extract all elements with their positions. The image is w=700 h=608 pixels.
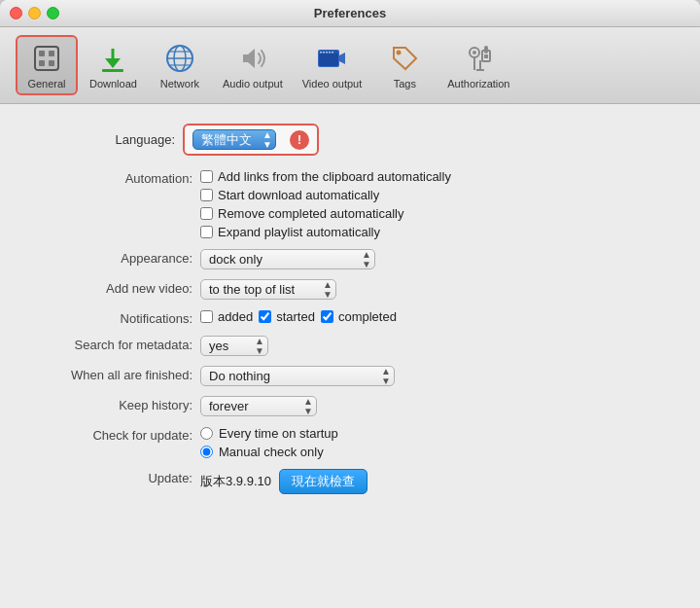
start-download-checkbox[interactable] — [200, 189, 213, 201]
check-update-option1: Every time on startup — [200, 426, 338, 441]
language-row: Language: 繁體中文 ▲▼ ! — [19, 124, 681, 156]
started-checkbox[interactable] — [259, 310, 271, 323]
video-icon — [314, 41, 349, 76]
add-links-checkbox[interactable] — [200, 170, 213, 183]
toolbar-item-audio[interactable]: Audio output — [215, 37, 291, 93]
general-icon — [29, 41, 64, 76]
check-now-button[interactable]: 現在就檢查 — [279, 469, 368, 494]
toolbar-item-general[interactable]: General — [16, 35, 78, 95]
notification-completed: completed — [321, 309, 397, 324]
audio-icon — [235, 41, 270, 76]
check-update-row: Check for update: Every time on startup … — [29, 426, 681, 459]
expand-playlist-text: Expand playlist automatically — [218, 225, 380, 239]
toolbar-item-video[interactable]: Video output — [295, 37, 370, 93]
search-metadata-select-wrap: yes ▲▼ — [200, 336, 268, 356]
update-startup-text: Every time on startup — [219, 426, 338, 441]
svg-rect-19 — [329, 52, 331, 54]
notifications-options: added started completed — [200, 309, 397, 324]
svg-rect-2 — [39, 60, 45, 66]
general-label: General — [27, 78, 65, 89]
content-area: Language: 繁體中文 ▲▼ ! Automation: — [0, 104, 700, 608]
toolbar-item-network[interactable]: Network — [149, 37, 211, 93]
update-startup-radio[interactable] — [200, 427, 213, 440]
add-new-video-select-wrap: to the top of list ▲▼ — [200, 279, 336, 300]
notification-added: added — [200, 309, 253, 324]
search-metadata-label: Search for metadata: — [29, 336, 192, 352]
automation-expand-playlist: Expand playlist automatically — [200, 225, 451, 239]
svg-rect-26 — [485, 47, 487, 53]
svg-marker-6 — [105, 58, 121, 68]
svg-rect-7 — [102, 69, 123, 72]
authorization-label: Authorization — [447, 78, 509, 89]
network-label: Network — [160, 78, 199, 89]
appearance-select-wrap: dock only ▲▼ — [200, 249, 375, 269]
keep-history-label: Keep history: — [29, 396, 192, 412]
download-label: Download — [89, 78, 137, 89]
started-text: started — [276, 309, 315, 324]
svg-rect-27 — [484, 54, 488, 58]
keep-history-select[interactable]: forever — [200, 396, 317, 416]
svg-rect-18 — [326, 52, 328, 54]
network-icon — [162, 41, 197, 76]
remove-completed-checkbox[interactable] — [200, 207, 213, 220]
svg-rect-1 — [39, 51, 45, 56]
search-metadata-select[interactable]: yes — [200, 336, 268, 356]
maximize-button[interactable] — [47, 7, 59, 19]
appearance-select[interactable]: dock only — [200, 249, 375, 269]
svg-point-24 — [472, 51, 476, 54]
add-new-video-label: Add new video: — [29, 279, 192, 296]
keep-history-row: Keep history: forever ▲▼ — [29, 396, 681, 416]
audio-label: Audio output — [223, 78, 283, 89]
svg-rect-20 — [332, 52, 333, 54]
automation-row: Automation: Add links from the clipboard… — [29, 169, 681, 239]
language-label-text: Language: — [116, 132, 175, 147]
update-version: 版本3.9.9.10 — [200, 473, 271, 490]
update-row: Update: 版本3.9.9.10 現在就檢查 — [29, 469, 681, 494]
when-finished-select-wrap: Do nothing ▲▼ — [200, 366, 395, 386]
svg-rect-16 — [320, 52, 322, 54]
automation-label: Automation: — [29, 169, 192, 186]
add-new-video-select[interactable]: to the top of list — [200, 279, 336, 300]
added-text: added — [218, 309, 253, 324]
video-label: Video output — [302, 78, 363, 89]
appearance-row: Appearance: dock only ▲▼ — [29, 249, 681, 269]
notifications-label: Notifications: — [29, 309, 192, 326]
update-manual-text: Manual check only — [219, 445, 324, 459]
added-checkbox[interactable] — [200, 310, 213, 323]
tags-label: Tags — [394, 78, 416, 89]
completed-text: completed — [338, 309, 397, 324]
svg-point-22 — [397, 51, 402, 55]
svg-marker-21 — [339, 53, 345, 64]
start-download-text: Start download automatically — [218, 188, 379, 202]
svg-rect-17 — [323, 52, 325, 54]
svg-rect-4 — [49, 60, 54, 66]
language-select[interactable]: 繁體中文 — [192, 129, 276, 150]
toolbar-item-download[interactable]: Download — [82, 37, 145, 93]
authorization-icon — [461, 41, 496, 76]
svg-rect-0 — [35, 47, 58, 70]
download-icon — [95, 41, 130, 76]
when-finished-row: When all are finished: Do nothing ▲▼ — [29, 366, 681, 386]
automation-add-links: Add links from the clipboard automatical… — [200, 169, 451, 184]
completed-checkbox[interactable] — [321, 310, 333, 323]
traffic-lights — [10, 7, 59, 19]
close-button[interactable] — [10, 7, 22, 19]
appearance-label: Appearance: — [29, 249, 192, 266]
tags-icon — [387, 41, 422, 76]
window-title: Preferences — [314, 6, 386, 20]
form-section: Automation: Add links from the clipboard… — [29, 169, 681, 494]
update-manual-radio[interactable] — [200, 446, 213, 458]
toolbar-item-authorization[interactable]: Authorization — [439, 37, 517, 93]
language-alert-icon: ! — [290, 130, 309, 150]
minimize-button[interactable] — [28, 7, 41, 19]
keep-history-select-wrap: forever ▲▼ — [200, 396, 317, 416]
automation-options: Add links from the clipboard automatical… — [200, 169, 451, 239]
search-metadata-row: Search for metadata: yes ▲▼ — [29, 336, 681, 356]
language-border-box: 繁體中文 ▲▼ ! — [183, 124, 319, 156]
expand-playlist-checkbox[interactable] — [200, 226, 213, 238]
notification-started: started — [259, 309, 315, 324]
when-finished-select[interactable]: Do nothing — [200, 366, 395, 386]
add-links-text: Add links from the clipboard automatical… — [218, 169, 451, 184]
toolbar-item-tags[interactable]: Tags — [373, 37, 436, 93]
add-new-video-row: Add new video: to the top of list ▲▼ — [29, 279, 681, 300]
